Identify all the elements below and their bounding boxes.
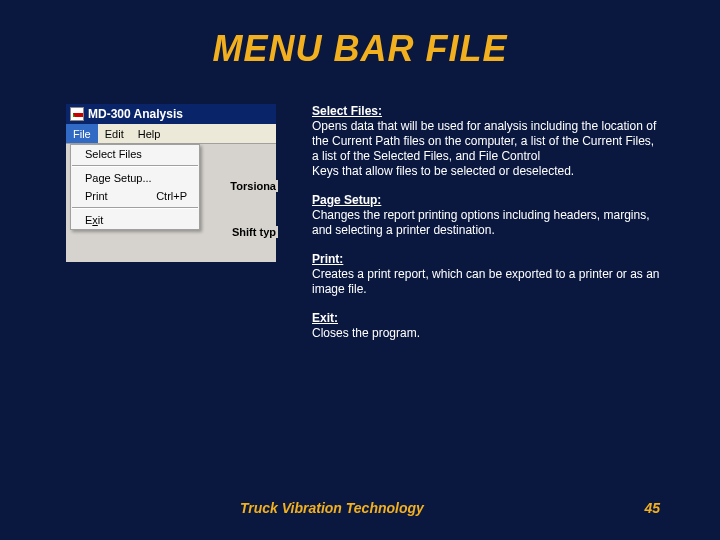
menuitem-label: Print — [85, 190, 108, 202]
desc-head: Print: — [312, 252, 343, 266]
desc-head: Page Setup: — [312, 193, 381, 207]
desc-body: Keys that allow files to be selected or … — [312, 164, 574, 178]
desc-body: Changes the report printing options incl… — [312, 208, 650, 237]
file-dropdown: Select Files Page Setup... Print Ctrl+P … — [70, 144, 200, 230]
descriptions: Select Files: Opens data that will be us… — [312, 104, 664, 355]
content-row: MD-300 Analysis File Edit Help Torsiona … — [0, 82, 720, 355]
menuitem-label: Select Files — [85, 148, 142, 160]
menuitem-label: Page Setup... — [85, 172, 152, 184]
menubar: File Edit Help — [66, 124, 276, 144]
menu-separator — [72, 207, 198, 209]
slide-title: MENU BAR FILE — [0, 0, 720, 82]
window-titlebar: MD-300 Analysis — [66, 104, 276, 124]
footer: Truck Vibration Technology 45 — [0, 500, 720, 516]
menu-separator — [72, 165, 198, 167]
desc-body: Creates a print report, which can be exp… — [312, 267, 660, 296]
window-client-area: Torsiona Shift typ Select Files Page Set… — [66, 144, 276, 262]
menuitem-label: Exit — [85, 214, 103, 226]
app-icon — [70, 107, 84, 121]
menuitem-accelerator: Ctrl+P — [156, 190, 187, 202]
desc-select-files: Select Files: Opens data that will be us… — [312, 104, 664, 179]
bg-label-torsional: Torsiona — [228, 180, 278, 192]
window-title: MD-300 Analysis — [88, 107, 183, 121]
desc-page-setup: Page Setup: Changes the report printing … — [312, 193, 664, 238]
page-number: 45 — [644, 500, 660, 516]
menu-edit[interactable]: Edit — [98, 124, 131, 143]
menuitem-print[interactable]: Print Ctrl+P — [71, 187, 199, 205]
bg-label-shift: Shift typ — [230, 226, 278, 238]
desc-head: Select Files: — [312, 104, 382, 118]
desc-body: Opens data that will be used for analysi… — [312, 119, 656, 163]
app-window: MD-300 Analysis File Edit Help Torsiona … — [66, 104, 276, 355]
footer-brand: Truck Vibration Technology — [240, 500, 424, 516]
menu-help[interactable]: Help — [131, 124, 168, 143]
desc-head: Exit: — [312, 311, 338, 325]
desc-exit: Exit: Closes the program. — [312, 311, 664, 341]
menuitem-exit[interactable]: Exit — [71, 211, 199, 229]
menuitem-page-setup[interactable]: Page Setup... — [71, 169, 199, 187]
menuitem-select-files[interactable]: Select Files — [71, 145, 199, 163]
desc-print: Print: Creates a print report, which can… — [312, 252, 664, 297]
desc-body: Closes the program. — [312, 326, 420, 340]
menu-file[interactable]: File — [66, 124, 98, 143]
